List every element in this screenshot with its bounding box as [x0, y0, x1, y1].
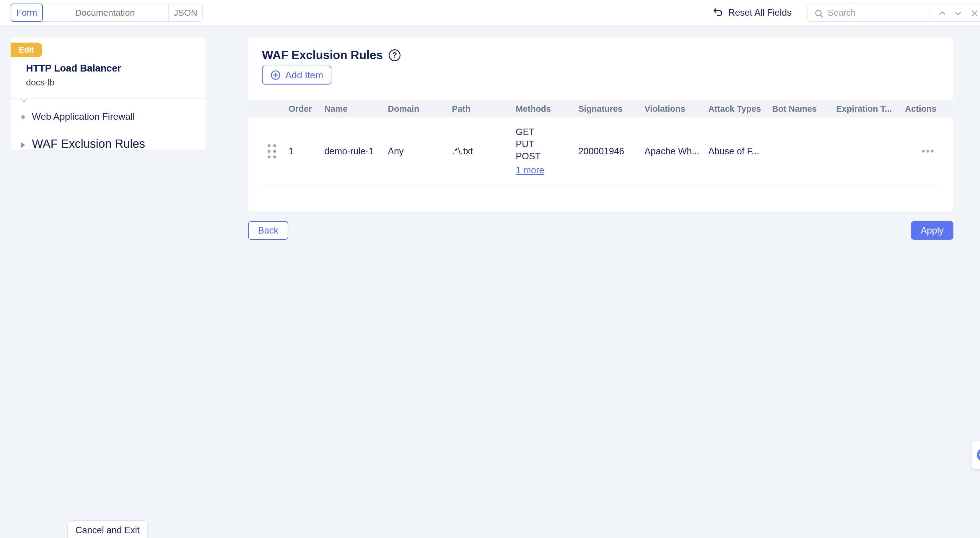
col-actions: Actions	[900, 104, 953, 114]
undo-arrow-icon	[713, 7, 724, 18]
tab-group: Documentation JSON	[41, 3, 203, 22]
plus-circle-icon	[270, 70, 281, 80]
add-item-button[interactable]: Add Item	[262, 65, 331, 85]
table-row: 1 demo-rule-1 Any .*\.txt GET PUT POST 1…	[248, 118, 953, 185]
col-expiration-timestamp: Expiration T...	[831, 104, 900, 114]
row-actions-ellipsis-icon[interactable]	[922, 150, 953, 153]
search-separator	[929, 8, 929, 18]
sidebar-divider	[11, 99, 205, 99]
cell-attack-types: Abuse of F...	[703, 146, 767, 156]
cell-domain: Any	[383, 146, 447, 156]
tab-json[interactable]: JSON	[169, 4, 202, 21]
tree-arrow-right-icon	[21, 142, 25, 148]
grip-dots-icon	[267, 144, 276, 158]
tree-connector-line	[23, 106, 23, 145]
methods-more-link[interactable]: 1 more	[516, 166, 573, 175]
method-post: POST	[516, 152, 573, 161]
col-violations: Violations	[640, 104, 703, 114]
sidebar-title: HTTP Load Balancer	[26, 63, 121, 74]
cell-path: .*\.txt	[447, 146, 511, 156]
col-name: Name	[319, 104, 383, 114]
search-icon	[814, 9, 824, 19]
cell-violations: Apache Wh...	[640, 146, 703, 156]
col-signatures: Signatures	[573, 104, 640, 114]
cell-order: 1	[283, 146, 319, 156]
col-attack-types: Attack Types	[703, 104, 767, 114]
edit-mode-badge: Edit	[11, 43, 42, 57]
help-question-icon[interactable]: ?	[389, 49, 401, 61]
apply-button[interactable]: Apply	[911, 221, 953, 240]
cancel-and-exit-button[interactable]: Cancel and Exit	[67, 520, 148, 538]
search-next-match-button[interactable]	[953, 8, 964, 18]
tree-bullet-dot-icon	[21, 115, 25, 119]
cell-actions	[900, 150, 953, 153]
sidebar-object-name: docs-lb	[26, 77, 55, 88]
col-bot-names: Bot Names	[767, 104, 831, 114]
col-path: Path	[447, 104, 511, 114]
view-mode-tabs: Form Documentation JSON	[11, 3, 203, 22]
cell-name: demo-rule-1	[319, 146, 383, 156]
config-sidebar: Edit HTTP Load Balancer docs-lb Web Appl…	[11, 37, 205, 150]
search-input[interactable]	[827, 4, 925, 21]
search-box	[808, 3, 980, 22]
loading-ring-icon	[977, 448, 980, 462]
cell-methods: GET PUT POST 1 more	[511, 128, 573, 175]
search-prev-match-button[interactable]	[937, 8, 948, 18]
cell-signatures: 200001946	[573, 146, 640, 156]
reset-all-fields-label: Reset All Fields	[729, 7, 792, 18]
sidebar-item-waf-exclusion-rules[interactable]: WAF Exclusion Rules	[32, 137, 145, 150]
tab-documentation[interactable]: Documentation	[41, 4, 169, 21]
method-put: PUT	[516, 139, 573, 149]
row-divider	[259, 185, 942, 185]
collapse-chevron-icon[interactable]	[18, 98, 30, 104]
table-header-row: Order Name Domain Path Methods Signature…	[248, 100, 953, 118]
panel-title: WAF Exclusion Rules	[262, 48, 383, 62]
top-toolbar: Form Documentation JSON Reset All Fields	[0, 0, 980, 26]
col-methods: Methods	[511, 104, 573, 114]
add-item-label: Add Item	[285, 70, 323, 81]
drag-handle[interactable]	[248, 144, 283, 158]
waf-exclusion-rules-panel: WAF Exclusion Rules ? Add Item Order Nam…	[248, 37, 953, 212]
reset-all-fields-button[interactable]: Reset All Fields	[713, 0, 792, 26]
col-order: Order	[283, 104, 319, 114]
col-domain: Domain	[383, 104, 447, 114]
tab-form[interactable]: Form	[11, 3, 43, 22]
method-get: GET	[516, 128, 573, 137]
back-button[interactable]: Back	[248, 221, 288, 240]
search-close-button[interactable]	[969, 8, 980, 18]
sidebar-item-web-application-firewall[interactable]: Web Application Firewall	[32, 111, 135, 122]
floating-helper-widget[interactable]	[971, 441, 980, 469]
